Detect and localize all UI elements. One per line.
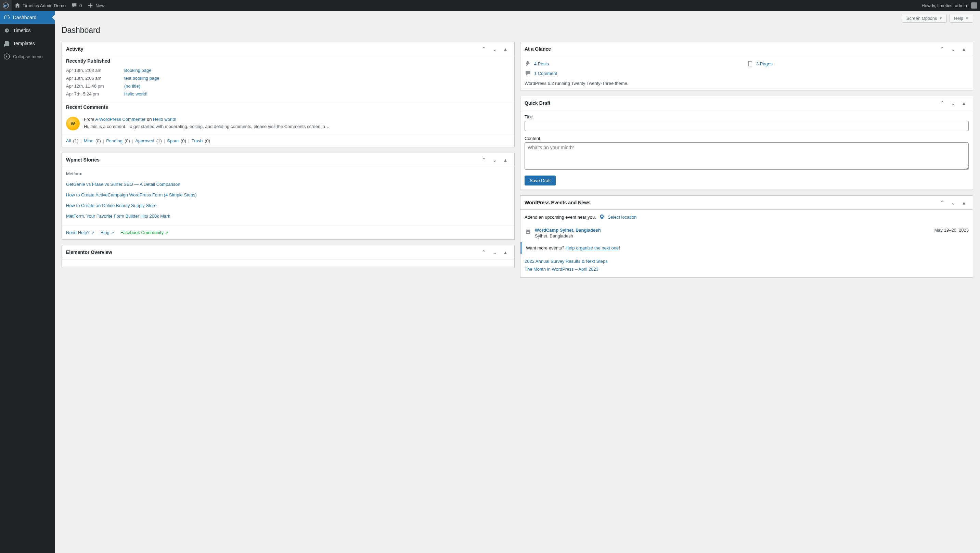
toggle-button[interactable]: ▴: [501, 247, 510, 258]
gravatar-icon: W: [66, 117, 80, 131]
event-title-link[interactable]: WordCamp Sylhet, Bangladesh: [535, 228, 601, 233]
toggle-button[interactable]: ▴: [501, 43, 510, 54]
comment-icon: [71, 2, 77, 8]
sidebar-item-dashboard[interactable]: Dashboard: [0, 11, 55, 24]
recent-comments-heading: Recent Comments: [62, 102, 514, 113]
sidebar-item-label: Collapse menu: [13, 54, 43, 59]
attend-text: Attend an upcoming event near you.: [525, 215, 596, 220]
activity-row: Apr 13th, 2:06 am test booking page: [66, 74, 510, 82]
want-more-events: Want more events? Help organize the next…: [520, 242, 973, 254]
wpmet-story-link[interactable]: GetGenie vs Frase vs Surfer SEO — A Deta…: [66, 182, 180, 187]
wpmet-story-link[interactable]: How to Create ActiveCampaign WordPress F…: [66, 192, 197, 198]
activity-post-link[interactable]: Hello world!: [124, 91, 148, 97]
elementor-widget: Elementor Overview ⌃ ⌄ ▴: [62, 245, 515, 268]
external-link-icon: ↗: [165, 230, 169, 235]
activity-date: Apr 13th, 2:08 am: [66, 68, 118, 73]
move-down-button[interactable]: ⌄: [948, 197, 958, 208]
news-links: 2022 Annual Survey Results & Next Steps …: [520, 257, 973, 277]
sidebar-collapse[interactable]: Collapse menu: [0, 50, 55, 63]
recently-published-heading: Recently Published: [62, 56, 514, 66]
filter-pending[interactable]: Pending: [106, 138, 123, 143]
draft-title-input[interactable]: [525, 121, 969, 131]
sidebar-item-label: Timetics: [13, 28, 31, 33]
blog-link[interactable]: Blog↗: [100, 230, 114, 235]
wpmet-story-link[interactable]: How to Create an Online Beauty Supply St…: [66, 203, 156, 208]
move-down-button[interactable]: ⌄: [948, 43, 958, 54]
activity-date: Apr 7th, 5:24 pm: [66, 91, 118, 97]
move-up-button[interactable]: ⌃: [479, 247, 488, 258]
activity-date: Apr 13th, 2:06 am: [66, 76, 118, 81]
comment-item: W From A WordPress Commenter on Hello wo…: [62, 113, 514, 134]
comment-author-link[interactable]: A WordPress Commenter: [95, 117, 145, 122]
filter-approved[interactable]: Approved: [135, 138, 154, 143]
admin-sidebar: Dashboard Timetics Templates Collapse me…: [0, 11, 55, 553]
event-location: Sylhet, Bangladesh: [535, 233, 931, 239]
sidebar-item-label: Templates: [13, 41, 35, 46]
activity-date: Apr 12th, 11:46 pm: [66, 83, 118, 89]
widget-title: Activity: [66, 42, 83, 56]
wpmet-story-link[interactable]: MetForm, Your Favorite Form Builder Hits…: [66, 214, 170, 219]
move-up-button[interactable]: ⌃: [937, 43, 947, 54]
filter-mine[interactable]: Mine: [84, 138, 94, 143]
activity-post-link[interactable]: Booking page: [124, 68, 151, 73]
pages-count-link[interactable]: 3 Pages: [756, 61, 773, 66]
site-home-link[interactable]: Timetics Admin Demo: [12, 0, 68, 11]
event-item: WordCamp Sylhet, Bangladesh Sylhet, Bang…: [520, 224, 973, 242]
comment-post-link[interactable]: Hello world!: [153, 117, 176, 122]
help-button[interactable]: Help ▼: [950, 14, 973, 22]
filter-trash[interactable]: Trash: [191, 138, 202, 143]
move-down-button[interactable]: ⌄: [948, 97, 958, 108]
content-label: Content: [525, 136, 969, 141]
toggle-button[interactable]: ▴: [959, 197, 969, 208]
move-up-button[interactable]: ⌃: [937, 97, 947, 108]
posts-count-link[interactable]: 4 Posts: [534, 61, 549, 66]
move-down-button[interactable]: ⌄: [490, 43, 499, 54]
news-link[interactable]: 2022 Annual Survey Results & Next Steps: [525, 259, 608, 264]
pages-icon: [747, 60, 754, 67]
toggle-button[interactable]: ▴: [501, 155, 510, 165]
admin-bar: Timetics Admin Demo 0 New Howdy, timetic…: [0, 0, 980, 11]
draft-content-textarea[interactable]: [525, 142, 969, 170]
activity-post-link[interactable]: (no title): [124, 83, 140, 89]
chevron-down-icon: ▼: [939, 16, 942, 20]
quick-draft-widget: Quick Draft ⌃ ⌄ ▴ Title Cont: [520, 96, 973, 190]
select-location-link[interactable]: Select location: [608, 215, 637, 220]
news-link[interactable]: The Month in WordPress – April 2023: [525, 266, 598, 272]
site-name: Timetics Admin Demo: [22, 3, 66, 8]
sidebar-item-templates[interactable]: Templates: [0, 37, 55, 50]
activity-row: Apr 12th, 11:46 pm (no title): [66, 82, 510, 90]
move-up-button[interactable]: ⌃: [479, 43, 488, 54]
move-down-button[interactable]: ⌄: [490, 247, 499, 258]
widget-title: Wpmet Stories: [66, 153, 100, 167]
filter-spam[interactable]: Spam: [167, 138, 179, 143]
save-draft-button[interactable]: Save Draft: [525, 175, 556, 185]
sidebar-item-timetics[interactable]: Timetics: [0, 24, 55, 37]
toggle-button[interactable]: ▴: [959, 97, 969, 108]
comments-count: 0: [80, 3, 82, 8]
timetics-icon: [3, 27, 10, 34]
dashboard-icon: [3, 14, 10, 21]
move-up-button[interactable]: ⌃: [479, 155, 488, 165]
activity-post-link[interactable]: test booking page: [124, 76, 159, 81]
avatar-icon: [971, 2, 977, 8]
chevron-down-icon: ▼: [965, 16, 969, 20]
screen-options-button[interactable]: Screen Options ▼: [902, 14, 947, 22]
wpmet-widget: Wpmet Stories ⌃ ⌄ ▴ Metform GetGenie vs …: [62, 153, 515, 239]
wp-version-text: WordPress 6.2 running Twenty Twenty-Thre…: [520, 81, 973, 90]
activity-widget: Activity ⌃ ⌄ ▴ Recently Published Apr 13…: [62, 42, 515, 147]
comment-filters: All(1) | Mine(0) | Pending(0) | Approved…: [62, 134, 514, 147]
move-up-button[interactable]: ⌃: [937, 197, 947, 208]
howdy-account[interactable]: Howdy, timetics_admin: [919, 0, 980, 11]
new-link[interactable]: New: [84, 0, 107, 11]
location-icon: [599, 214, 605, 220]
wp-logo[interactable]: [0, 0, 12, 11]
need-help-link[interactable]: Need Help?↗: [66, 230, 94, 235]
event-date: May 19–20, 2023: [934, 228, 969, 233]
facebook-community-link[interactable]: Facebook Community↗: [121, 230, 169, 235]
comments-link[interactable]: 0: [68, 0, 84, 11]
comments-count-link[interactable]: 1 Comment: [534, 71, 557, 76]
move-down-button[interactable]: ⌄: [490, 155, 499, 165]
help-organize-link[interactable]: Help organize the next one: [566, 245, 619, 250]
filter-all[interactable]: All: [66, 138, 71, 143]
toggle-button[interactable]: ▴: [959, 43, 969, 54]
